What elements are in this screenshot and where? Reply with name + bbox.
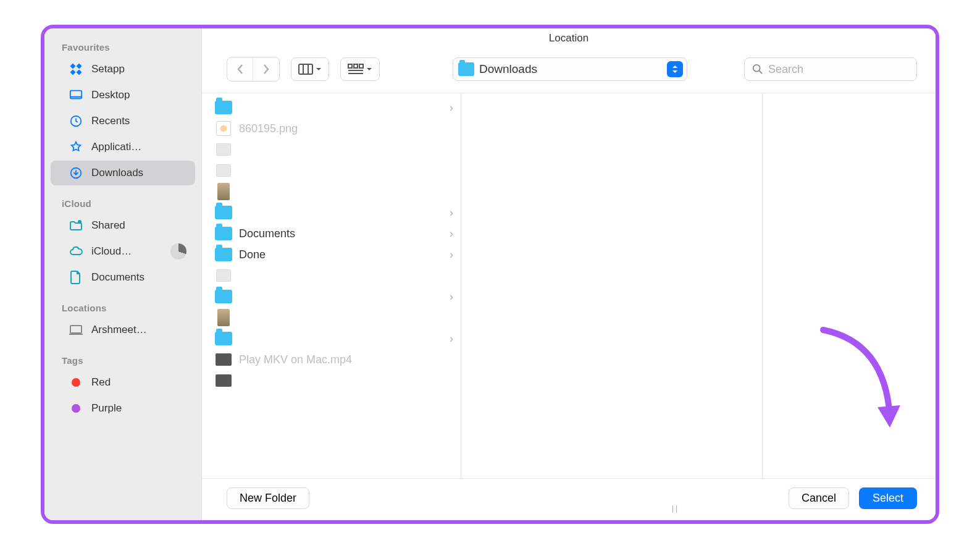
tag-dot-icon bbox=[68, 400, 84, 416]
forward-button[interactable] bbox=[253, 57, 279, 81]
chevron-right-icon: › bbox=[445, 206, 453, 219]
shared-folder-icon bbox=[68, 217, 84, 234]
chevron-right-icon: › bbox=[445, 101, 453, 114]
sidebar-item-shared[interactable]: Shared bbox=[51, 213, 195, 238]
file-name: Play MKV on Mac.mp4 bbox=[239, 353, 453, 366]
svg-rect-0 bbox=[70, 63, 75, 69]
clock-icon bbox=[68, 113, 84, 129]
file-row[interactable] bbox=[202, 160, 461, 181]
group-view-button[interactable] bbox=[340, 57, 380, 81]
file-row[interactable]: › bbox=[202, 286, 461, 307]
sidebar-item-label: iCloud… bbox=[91, 245, 132, 258]
video-icon bbox=[214, 352, 233, 368]
sidebar-item-tag-red[interactable]: Red bbox=[51, 370, 195, 395]
sidebar-item-icloud[interactable]: iCloud… bbox=[51, 239, 195, 264]
document-icon bbox=[68, 269, 84, 285]
sidebar-item-tag-purple[interactable]: Purple bbox=[51, 396, 195, 421]
sidebar-item-applications[interactable]: Applicati… bbox=[51, 135, 195, 159]
svg-rect-15 bbox=[359, 64, 363, 68]
sidebar-item-label: Documents bbox=[91, 271, 144, 284]
file-columns: ›860195.png›Documents›Done›››Play MKV on… bbox=[202, 93, 936, 478]
setapp-icon bbox=[68, 61, 84, 77]
svg-rect-10 bbox=[299, 64, 312, 74]
tag-dot-icon bbox=[68, 374, 84, 390]
downloads-icon bbox=[68, 165, 84, 181]
chevron-down-icon bbox=[366, 65, 373, 73]
updown-icon bbox=[667, 61, 683, 77]
search-icon bbox=[752, 63, 763, 75]
sidebar-item-recents[interactable]: Recents bbox=[51, 109, 195, 133]
search-input[interactable] bbox=[768, 63, 909, 76]
file-icon bbox=[214, 162, 233, 179]
storage-pie-icon bbox=[170, 243, 186, 259]
sidebar-item-desktop[interactable]: Desktop bbox=[51, 83, 195, 107]
file-row[interactable]: Play MKV on Mac.mp4 bbox=[202, 349, 461, 370]
select-button[interactable]: Select bbox=[859, 487, 917, 509]
file-row[interactable]: › bbox=[202, 97, 461, 118]
sidebar: Favourites Setapp Desktop Recents Applic… bbox=[44, 28, 202, 520]
annotation-arrow-icon bbox=[811, 324, 903, 435]
cloud-icon bbox=[68, 243, 84, 259]
back-button[interactable] bbox=[227, 57, 253, 81]
folder-icon bbox=[458, 62, 474, 76]
file-name: Done bbox=[239, 248, 445, 261]
sidebar-item-label: Purple bbox=[91, 402, 122, 415]
file-icon bbox=[214, 141, 233, 158]
sidebar-item-setapp[interactable]: Setapp bbox=[51, 57, 195, 82]
sidebar-item-computer[interactable]: Arshmeet… bbox=[51, 318, 195, 342]
file-row[interactable] bbox=[202, 370, 461, 391]
laptop-icon bbox=[68, 322, 84, 338]
sidebar-item-label: Desktop bbox=[91, 89, 130, 101]
sidebar-item-label: Setapp bbox=[91, 63, 125, 75]
finder-dialog: Favourites Setapp Desktop Recents Applic… bbox=[41, 25, 939, 524]
path-popup[interactable]: Downloads bbox=[453, 57, 687, 81]
file-row[interactable] bbox=[202, 307, 461, 328]
chevron-down-icon bbox=[315, 65, 322, 73]
folder-icon bbox=[214, 247, 233, 263]
section-header-tags: Tags bbox=[44, 350, 201, 369]
file-name: Documents bbox=[239, 227, 445, 240]
sidebar-item-documents[interactable]: Documents bbox=[51, 265, 195, 290]
file-list-column[interactable]: ›860195.png›Documents›Done›››Play MKV on… bbox=[202, 93, 461, 478]
svg-rect-2 bbox=[70, 70, 75, 75]
sidebar-item-downloads[interactable]: Downloads bbox=[51, 161, 195, 185]
folder-icon bbox=[214, 331, 233, 347]
png-icon bbox=[214, 120, 233, 137]
nav-buttons bbox=[227, 57, 280, 82]
section-header-favourites: Favourites bbox=[44, 37, 201, 56]
file-row[interactable] bbox=[202, 181, 461, 202]
preview-column-2 bbox=[763, 93, 936, 478]
video-icon bbox=[214, 373, 233, 389]
sidebar-item-label: Downloads bbox=[91, 167, 143, 179]
cancel-button[interactable]: Cancel bbox=[789, 487, 849, 509]
file-row[interactable]: Done› bbox=[202, 244, 461, 265]
file-icon bbox=[214, 268, 233, 284]
main-pane: Location Downloads bbox=[202, 28, 936, 520]
svg-rect-13 bbox=[348, 64, 352, 68]
chevron-right-icon: › bbox=[445, 248, 453, 261]
toolbar: Downloads bbox=[202, 51, 936, 93]
svg-rect-14 bbox=[354, 64, 358, 68]
search-box[interactable] bbox=[744, 57, 917, 81]
sidebar-item-label: Shared bbox=[91, 219, 125, 232]
sidebar-item-label: Arshmeet… bbox=[91, 324, 147, 336]
file-row[interactable] bbox=[202, 265, 461, 286]
section-header-icloud: iCloud bbox=[44, 193, 201, 213]
file-row[interactable]: › bbox=[202, 202, 461, 223]
image-icon bbox=[214, 183, 233, 200]
svg-rect-1 bbox=[77, 63, 82, 69]
file-row[interactable] bbox=[202, 139, 461, 160]
svg-rect-3 bbox=[77, 70, 82, 75]
chevron-right-icon: › bbox=[445, 290, 453, 303]
svg-rect-9 bbox=[70, 326, 82, 333]
file-row[interactable]: › bbox=[202, 328, 461, 349]
file-name: 860195.png bbox=[239, 122, 453, 135]
file-row[interactable]: 860195.png bbox=[202, 118, 461, 139]
column-view-button[interactable] bbox=[291, 57, 329, 81]
applications-icon bbox=[68, 139, 84, 155]
image-icon bbox=[214, 310, 233, 326]
file-row[interactable]: Documents› bbox=[202, 223, 461, 244]
new-folder-button[interactable]: New Folder bbox=[227, 487, 309, 509]
folder-icon bbox=[214, 99, 233, 116]
window-title: Location bbox=[202, 28, 936, 51]
